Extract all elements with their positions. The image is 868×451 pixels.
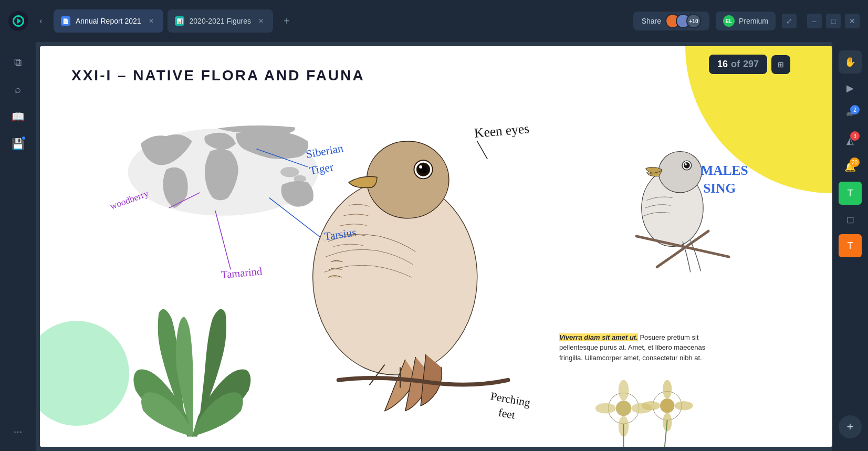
pen-badge: 2 [850,105,860,114]
text-block: Viverra diam sit amet ut. Posuere pretiu… [559,332,717,363]
tab1-label: Annual Report 2021 [76,17,141,25]
minimize-button[interactable]: – [807,14,822,28]
add-content-button[interactable]: + [839,415,862,438]
svg-text:MALES: MALES [700,163,748,178]
svg-line-46 [665,420,667,447]
text-highlight: Viverra diam sit amet ut. [559,333,638,341]
hand-tool-button[interactable]: ✋ [839,50,862,74]
text-tool-green-button[interactable]: T [839,182,862,205]
svg-text:SING: SING [703,181,736,196]
svg-point-2 [294,175,306,183]
svg-line-6 [169,193,200,208]
shape-badge: 3 [850,131,860,141]
svg-point-10 [416,163,430,176]
svg-point-18 [684,162,690,169]
svg-point-19 [685,163,687,165]
svg-point-42 [663,380,672,398]
svg-line-3 [256,149,308,167]
text-orange-icon: T [848,240,853,251]
pointer-tool-button[interactable]: ▶ [839,77,862,100]
svg-point-40 [653,391,682,420]
svg-line-20 [636,236,729,257]
svg-text:Tarsius: Tarsius [323,226,358,243]
grid-icon: ⊞ [778,60,784,69]
tab-annual-report[interactable]: 📄 Annual Report 2021 ✕ [54,9,163,33]
svg-text:Tamarind: Tamarind [221,265,263,280]
text-tool-orange-button[interactable]: T [839,234,862,257]
minimize-icon: – [812,17,817,25]
tab2-icon: 📊 [175,16,184,26]
sidebar-copy-button[interactable]: ⧉ [6,50,29,74]
sidebar-more-button[interactable]: ··· [6,419,29,443]
add-tab-icon: + [284,15,290,27]
svg-text:Perching: Perching [489,390,531,409]
svg-point-35 [619,380,629,401]
svg-point-34 [616,401,631,416]
svg-point-9 [414,160,432,179]
tab2-label: 2020-2021 Figures [190,17,252,25]
note-tool-button[interactable]: 🔔 20 [839,155,862,179]
sidebar-book-button[interactable]: 📖 [6,105,29,128]
shape-tool-button[interactable]: ◭ 3 [839,129,862,152]
book-icon: 📖 [12,110,25,123]
pointer-icon: ▶ [846,82,854,94]
svg-text:woodberry: woodberry [109,188,150,212]
sidebar-search-button[interactable]: ⌕ [6,78,29,101]
eraser-tool-button[interactable]: ◻ [839,208,862,231]
svg-point-38 [631,403,652,414]
svg-point-12 [419,165,422,169]
expand-button[interactable]: ⤢ [782,14,797,28]
svg-point-7 [313,180,477,375]
sidebar: ⧉ ⌕ 📖 💾 ··· [0,42,36,451]
svg-point-8 [367,141,449,218]
right-toolbar: ✋ ▶ ✏ 2 ◭ 3 🔔 20 T ◻ T + [832,42,868,451]
svg-point-36 [619,416,629,436]
pen-tool-button[interactable]: ✏ 2 [839,103,862,126]
tab1-close-icon[interactable]: ✕ [147,16,156,26]
tab-figures[interactable]: 📊 2020-2021 Figures ✕ [168,9,274,33]
svg-point-37 [595,403,616,414]
page-number-box[interactable]: 16 of 297 [709,55,767,74]
avatar-count: +10 [686,14,701,28]
grid-view-button[interactable]: ⊞ [771,55,790,74]
svg-point-17 [682,161,692,170]
expand-icon: ⤢ [786,17,792,25]
svg-text:Tiger: Tiger [309,161,334,177]
window-controls: – □ ✕ [807,14,860,28]
sidebar-save-button[interactable]: 💾 [6,132,29,155]
svg-point-11 [419,165,427,174]
svg-point-15 [642,170,703,247]
avatar-group: +10 [665,14,701,28]
svg-line-23 [477,141,488,159]
titlebar-right: Share +10 EL Premium ⤢ – □ ✕ [633,12,860,30]
total-pages-number: 297 [743,59,759,70]
svg-text:Siberian: Siberian [305,142,344,161]
page-content: Keen eyes Siberian Tiger Tarsius Tamarin… [40,46,832,447]
app-logo [8,11,28,31]
svg-point-16 [658,152,702,193]
maximize-icon: □ [831,17,835,25]
current-page-number: 16 [717,59,728,70]
add-icon: + [847,420,854,434]
add-tab-button[interactable]: + [277,12,296,30]
svg-line-4 [269,198,326,242]
close-button[interactable]: ✕ [845,14,860,28]
page-nav: 16 of 297 ⊞ [709,55,790,74]
svg-text:Keen eyes: Keen eyes [474,121,530,141]
nav-back-button[interactable]: ‹ [33,13,49,29]
svg-point-44 [642,401,660,411]
close-icon: ✕ [849,17,855,25]
tab1-icon: 📄 [61,16,70,26]
svg-text:feet: feet [497,406,516,422]
tab2-close-icon[interactable]: ✕ [256,16,266,26]
svg-line-13 [369,364,384,385]
page-title: XXI-I – NATIVE FLORA AND FAUNA [71,67,365,84]
svg-point-33 [608,393,639,424]
svg-point-45 [674,401,693,411]
share-button[interactable]: Share +10 [633,12,709,30]
maximize-button[interactable]: □ [826,14,841,28]
premium-button[interactable]: EL Premium [716,12,776,30]
premium-badge: EL [723,15,735,27]
note-badge: 20 [850,158,860,167]
hand-icon: ✋ [844,56,856,68]
